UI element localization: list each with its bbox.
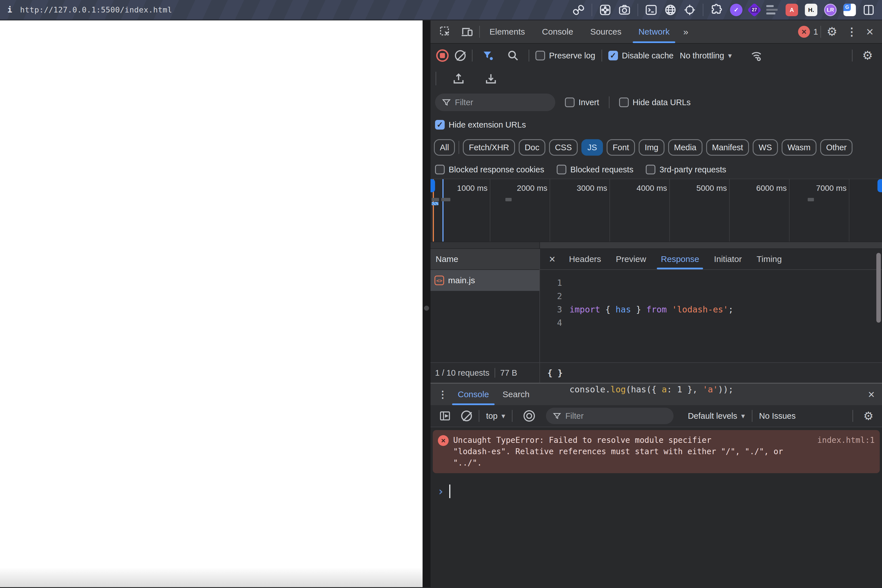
kebab-menu-icon[interactable]: ⋮ <box>843 26 861 38</box>
checkbox-unchecked[interactable] <box>565 98 575 107</box>
google-translate-extension-icon[interactable]: G <box>843 4 856 16</box>
error-count-badge[interactable]: × 1 <box>798 26 818 38</box>
network-conditions-icon[interactable] <box>747 49 766 62</box>
extension-badge-calendar-icon[interactable]: 27 <box>747 3 762 17</box>
extension-badge-translate-red-icon[interactable]: A <box>786 4 798 16</box>
share-link-icon[interactable] <box>572 4 585 16</box>
import-har-icon[interactable] <box>449 72 469 85</box>
console-prompt[interactable]: › <box>433 484 880 498</box>
overview-scroll-strip[interactable] <box>431 242 882 249</box>
tab-headers[interactable]: Headers <box>563 249 607 269</box>
chip-doc[interactable]: Doc <box>519 139 545 156</box>
checkbox-unchecked[interactable] <box>619 98 629 107</box>
extension-badge-h-icon[interactable]: H. <box>805 4 817 16</box>
request-row-main-js[interactable]: <> main.js <box>431 270 539 291</box>
info-icon[interactable]: i <box>8 5 12 15</box>
record-network-log-icon[interactable] <box>436 50 449 62</box>
extension-badge-lr-icon[interactable]: LR <box>824 4 837 16</box>
export-har-icon[interactable] <box>481 72 501 85</box>
chip-wasm[interactable]: Wasm <box>781 139 816 156</box>
overview-right-grip[interactable] <box>877 179 882 192</box>
network-settings-gear-icon[interactable]: ⚙ <box>859 50 876 62</box>
clear-network-log-icon[interactable] <box>455 50 466 61</box>
hide-extension-urls-checkbox[interactable]: Hide extension URLs <box>435 120 526 130</box>
chip-all[interactable]: All <box>434 139 455 156</box>
chip-font[interactable]: Font <box>607 139 635 156</box>
chip-img[interactable]: Img <box>639 139 664 156</box>
close-devtools-icon[interactable]: × <box>863 25 877 39</box>
chip-other[interactable]: Other <box>820 139 853 156</box>
checkbox-checked[interactable] <box>609 51 618 60</box>
overview-left-grip[interactable] <box>431 179 435 192</box>
funnel-icon <box>442 98 451 107</box>
tab-timing[interactable]: Timing <box>750 249 788 269</box>
search-icon[interactable] <box>504 50 522 62</box>
preserve-log-checkbox[interactable]: Preserve log <box>535 51 595 60</box>
settings-gear-icon[interactable]: ⚙ <box>823 26 841 38</box>
close-detail-icon[interactable]: × <box>544 253 560 266</box>
network-overview-timeline[interactable]: 1000 ms 2000 ms 3000 ms 4000 ms 5000 ms … <box>431 178 882 242</box>
tab-sources[interactable]: Sources <box>583 20 629 43</box>
drawer-tab-console[interactable]: Console <box>451 384 496 405</box>
detail-scrollbar-thumb[interactable] <box>876 253 881 322</box>
terminal-extension-icon[interactable] <box>645 4 657 16</box>
disable-cache-checkbox[interactable]: Disable cache <box>609 51 673 60</box>
extensions-puzzle-icon[interactable] <box>710 3 723 16</box>
tab-initiator[interactable]: Initiator <box>708 249 748 269</box>
tab-preview[interactable]: Preview <box>610 249 652 269</box>
context-selector-dropdown[interactable]: top <box>486 411 505 421</box>
filter-funnel-icon[interactable] <box>479 50 497 62</box>
live-expression-eye-icon[interactable] <box>519 410 539 422</box>
request-bar <box>441 198 450 201</box>
invert-checkbox[interactable]: Invert <box>565 98 599 107</box>
code-line-3: console.log(has({ a: 1 }, 'a')); <box>569 383 733 396</box>
third-party-requests-checkbox[interactable]: 3rd-party requests <box>646 165 726 174</box>
more-tabs-icon[interactable]: » <box>679 27 693 37</box>
request-bar <box>432 198 439 201</box>
chip-css[interactable]: CSS <box>549 139 578 156</box>
checkbox-unchecked[interactable] <box>435 165 445 174</box>
network-filter-input[interactable] <box>455 98 548 107</box>
checkbox-checked[interactable] <box>435 120 445 130</box>
extension-badge-check-icon[interactable]: ✓ <box>730 4 742 16</box>
network-toolbar: Preserve log Disable cache No throttling… <box>431 44 882 68</box>
reading-list-icon[interactable] <box>766 5 779 15</box>
timeline-column: 5000 ms <box>670 179 730 242</box>
load-event-marker <box>442 179 443 242</box>
checkbox-unchecked[interactable] <box>535 51 545 60</box>
drawer-tab-search[interactable]: Search <box>496 384 536 405</box>
chip-js[interactable]: JS <box>581 139 603 156</box>
network-filter-field[interactable] <box>435 93 555 111</box>
clear-console-icon[interactable] <box>461 411 472 421</box>
photo-extension-icon[interactable] <box>599 4 612 16</box>
address-url[interactable]: http://127.0.0.1:5500/index.html <box>20 5 172 14</box>
inspect-element-icon[interactable] <box>436 26 455 38</box>
selected-request-bar <box>432 202 439 205</box>
response-code-viewer[interactable]: 1234 import { has } from 'lodash-es'; co… <box>540 270 882 463</box>
chip-media[interactable]: Media <box>668 139 702 156</box>
device-toolbar-icon[interactable] <box>457 25 477 38</box>
network-filter-row: Invert Hide data URLs <box>431 90 882 115</box>
picker-crosshair-icon[interactable] <box>684 4 696 16</box>
blocked-requests-checkbox[interactable]: Blocked requests <box>557 165 633 174</box>
tab-console[interactable]: Console <box>535 20 580 43</box>
chip-manifest[interactable]: Manifest <box>706 139 749 156</box>
drawer-kebab-menu-icon[interactable]: ⋮ <box>434 389 451 400</box>
chip-fetch-xhr[interactable]: Fetch/XHR <box>463 139 515 156</box>
tab-response[interactable]: Response <box>655 249 705 269</box>
tab-elements[interactable]: Elements <box>482 20 532 43</box>
blocked-response-cookies-checkbox[interactable]: Blocked response cookies <box>435 165 544 174</box>
split-view-icon[interactable] <box>863 4 874 16</box>
throttling-dropdown[interactable]: No throttling <box>680 51 732 60</box>
checkbox-unchecked[interactable] <box>646 165 655 174</box>
globe-extension-icon[interactable] <box>664 4 677 16</box>
console-sidebar-toggle-icon[interactable] <box>436 410 454 422</box>
name-column-header[interactable]: Name <box>431 249 539 270</box>
tab-network[interactable]: Network <box>631 20 677 43</box>
hide-data-urls-checkbox[interactable]: Hide data URLs <box>619 98 691 107</box>
request-bar <box>505 198 512 201</box>
chip-ws[interactable]: WS <box>753 139 778 156</box>
screenshot-camera-icon[interactable] <box>618 4 631 16</box>
checkbox-unchecked[interactable] <box>557 165 566 174</box>
devtools-resize-handle[interactable] <box>422 20 431 587</box>
